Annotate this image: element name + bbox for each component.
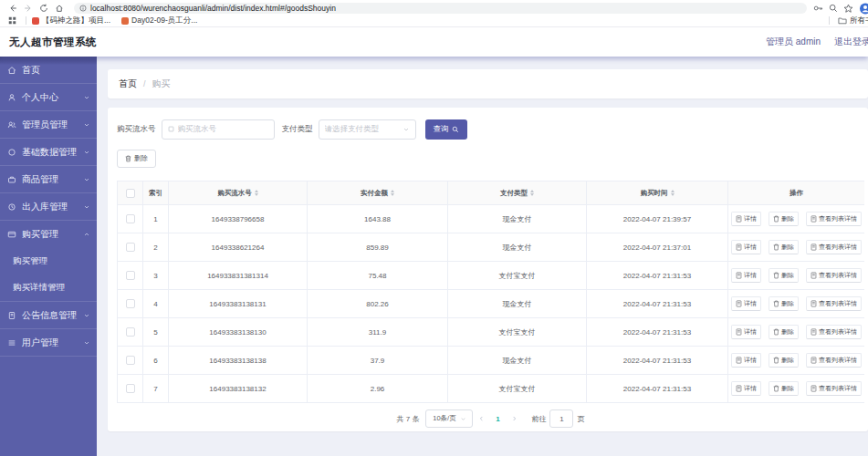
sidebar-item[interactable]: 公告信息管理 bbox=[0, 302, 97, 329]
cell-time: 2022-04-07 21:31:53 bbox=[587, 290, 728, 317]
sort-icons[interactable] bbox=[391, 190, 394, 196]
detail-button[interactable]: 详情 bbox=[731, 381, 761, 396]
chevron-up-icon bbox=[83, 231, 90, 238]
browser-avatar[interactable] bbox=[859, 3, 868, 15]
row-delete-button[interactable]: 删除 bbox=[769, 212, 799, 226]
row-checkbox[interactable] bbox=[126, 243, 135, 252]
page-size-select[interactable]: 10条/页 bbox=[425, 409, 473, 428]
delete-button[interactable]: 删除 bbox=[117, 150, 156, 168]
row-checkbox[interactable] bbox=[126, 327, 135, 337]
forward-icon[interactable] bbox=[20, 3, 36, 15]
sidebar-item[interactable]: 首页 bbox=[0, 57, 97, 84]
cell-time: 2022-04-07 21:31:53 bbox=[587, 375, 728, 402]
cell-serial: 1649338621264 bbox=[169, 233, 308, 261]
row-delete-button[interactable]: 删除 bbox=[769, 296, 799, 311]
search-button[interactable]: 查询 bbox=[425, 119, 467, 140]
detail-button[interactable]: 详情 bbox=[731, 353, 761, 368]
sidebar-item[interactable]: 出入库管理 bbox=[0, 193, 97, 221]
serial-input[interactable]: 购买流水号 bbox=[162, 119, 275, 140]
row-delete-button[interactable]: 删除 bbox=[769, 381, 799, 396]
row-delete-button[interactable]: 删除 bbox=[769, 240, 799, 254]
sidebar-item-label: 公告信息管理 bbox=[22, 309, 83, 322]
trash-icon bbox=[773, 385, 779, 392]
row-checkbox[interactable] bbox=[126, 356, 135, 365]
sort-icons[interactable] bbox=[255, 190, 258, 196]
document-icon bbox=[736, 357, 742, 364]
prev-page-icon[interactable] bbox=[473, 415, 489, 422]
sidebar-item[interactable]: 管理员管理 bbox=[0, 111, 97, 139]
bookmark-star-icon[interactable] bbox=[843, 4, 853, 14]
column-header: 索引 bbox=[143, 181, 169, 204]
cell-serial: 16493383138138 bbox=[169, 347, 308, 374]
sidebar-item-label: 出入库管理 bbox=[22, 201, 83, 213]
sidebar-item[interactable]: 购买管理 bbox=[0, 221, 97, 248]
home-icon bbox=[7, 66, 16, 75]
breadcrumb-home[interactable]: 首页 bbox=[119, 78, 137, 90]
cell-index: 3 bbox=[143, 262, 169, 289]
detail-button[interactable]: 详情 bbox=[731, 296, 761, 311]
row-checkbox[interactable] bbox=[126, 384, 135, 393]
password-key-icon[interactable] bbox=[813, 4, 823, 13]
list-detail-button[interactable]: 查看列表详情 bbox=[806, 296, 862, 311]
site-info-icon[interactable] bbox=[79, 5, 87, 12]
document-icon bbox=[810, 357, 817, 364]
document-icon bbox=[810, 215, 817, 223]
cell-paytype: 现金支付 bbox=[448, 347, 587, 374]
sidebar-item-label: 个人中心 bbox=[22, 91, 83, 104]
cell-paytype: 支付宝支付 bbox=[448, 262, 587, 289]
paytype-select[interactable]: 请选择支付类型 bbox=[319, 119, 416, 140]
next-page-icon[interactable] bbox=[506, 415, 522, 422]
sort-icons[interactable] bbox=[671, 190, 675, 196]
page-number[interactable]: 1 bbox=[489, 415, 506, 423]
cell-serial: 164933831381314 bbox=[169, 262, 308, 289]
sidebar-item[interactable]: 用户管理 bbox=[0, 329, 97, 357]
detail-button[interactable]: 详情 bbox=[731, 268, 761, 283]
home-nav-icon[interactable] bbox=[51, 3, 67, 15]
sort-icons[interactable] bbox=[530, 190, 534, 196]
row-delete-button[interactable]: 删除 bbox=[769, 353, 799, 368]
select-all-checkbox[interactable] bbox=[126, 189, 135, 198]
cell-time: 2022-04-07 21:39:57 bbox=[587, 205, 728, 233]
cell-amount: 75.48 bbox=[308, 262, 448, 289]
url-text[interactable]: localhost:8080/wurenchaosguanli/admin/di… bbox=[90, 4, 336, 13]
back-icon[interactable] bbox=[5, 3, 20, 15]
logout-link[interactable]: 退出登录 bbox=[834, 36, 868, 48]
trash-icon bbox=[773, 244, 779, 251]
row-delete-button[interactable]: 删除 bbox=[769, 325, 799, 339]
cell-paytype: 现金支付 bbox=[448, 233, 587, 261]
sidebar-item[interactable]: 基础数据管理 bbox=[0, 139, 97, 166]
sidebar-item[interactable]: 个人中心 bbox=[0, 84, 97, 111]
reload-icon[interactable] bbox=[36, 3, 51, 15]
sidebar-item[interactable]: 商品管理 bbox=[0, 166, 97, 193]
detail-button[interactable]: 详情 bbox=[731, 212, 761, 226]
row-checkbox[interactable] bbox=[126, 299, 135, 308]
row-checkbox[interactable] bbox=[126, 214, 135, 223]
users-icon bbox=[7, 338, 16, 347]
bookmark-item[interactable]: 【码神之路】项目... bbox=[32, 16, 110, 26]
list-detail-button[interactable]: 查看列表详情 bbox=[806, 268, 862, 283]
cell-amount: 37.9 bbox=[308, 347, 448, 374]
all-bookmarks[interactable]: 所有书签 bbox=[823, 16, 868, 26]
list-detail-button[interactable]: 查看列表详情 bbox=[806, 240, 862, 254]
address-bar[interactable]: localhost:8080/wurenchaosguanli/admin/di… bbox=[74, 3, 807, 14]
sidebar-subitem[interactable]: 购买管理 bbox=[0, 248, 97, 275]
list-detail-button[interactable]: 查看列表详情 bbox=[806, 212, 862, 226]
list-detail-button[interactable]: 查看列表详情 bbox=[806, 353, 862, 368]
cell-index: 2 bbox=[143, 233, 169, 261]
user-menu[interactable]: 管理员 admin bbox=[766, 36, 821, 48]
list-detail-button[interactable]: 查看列表详情 bbox=[806, 381, 862, 396]
detail-button[interactable]: 详情 bbox=[731, 240, 761, 254]
sidebar-subitem[interactable]: 购买详情管理 bbox=[0, 275, 97, 301]
divider bbox=[829, 16, 830, 25]
detail-button[interactable]: 详情 bbox=[731, 325, 761, 339]
list-detail-button[interactable]: 查看列表详情 bbox=[806, 325, 862, 339]
bookmark-item[interactable]: Day02-09-员工分... bbox=[121, 16, 197, 26]
notice-icon bbox=[7, 311, 16, 320]
apps-grid-icon[interactable] bbox=[5, 15, 20, 26]
purchase-table: 索引购买流水号实付金额支付类型购买时间操作 1 1649338796658 16… bbox=[117, 181, 864, 403]
goto-label: 前往 bbox=[531, 414, 546, 424]
goto-page-input[interactable]: 1 bbox=[549, 409, 573, 428]
zoom-icon[interactable] bbox=[829, 4, 838, 13]
row-checkbox[interactable] bbox=[126, 271, 135, 280]
row-delete-button[interactable]: 删除 bbox=[769, 268, 799, 283]
